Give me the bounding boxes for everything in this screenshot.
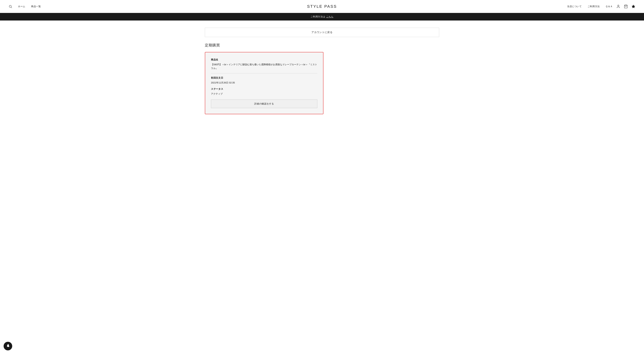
subscription-card: 商品名 【590円】＜br＞インテリアに馴染む落ち着いた霜降模様がお洒落なドレー… (205, 52, 324, 114)
header-nav-left: ホーム 商品一覧 (18, 5, 41, 8)
main-content: アカウントに戻る 定期購買 商品名 【590円】＜br＞インテリアに馴染む落ち着… (196, 21, 448, 121)
product-name-value: 【590円】＜br＞インテリアに馴染む落ち着いた霜降模様がお洒落なドレープカーテ… (211, 63, 317, 70)
nav-how-to-use[interactable]: ご利用方法 (588, 5, 600, 8)
back-to-account-button[interactable]: アカウントに戻る (205, 28, 439, 37)
search-button[interactable] (8, 5, 12, 8)
product-name-label: 商品名 (211, 58, 317, 61)
header: ホーム 商品一覧 STYLE PASS 当店について ご利用方法 Ｑ＆Ａ (0, 0, 644, 13)
wishlist-button[interactable] (632, 5, 636, 9)
svg-line-1 (11, 7, 12, 8)
header-nav-right: 当店について ご利用方法 Ｑ＆Ａ (567, 5, 613, 8)
nav-about[interactable]: 当店について (567, 5, 582, 8)
header-left: ホーム 商品一覧 (8, 5, 41, 8)
order-date-label: 初回注文日 (211, 76, 317, 80)
status-value: アクティブ (211, 92, 317, 96)
svg-point-0 (9, 5, 11, 7)
cart-button[interactable] (624, 5, 628, 9)
nav-qna[interactable]: Ｑ＆Ａ (606, 5, 613, 8)
nav-home[interactable]: ホーム (18, 5, 25, 8)
svg-marker-4 (632, 5, 635, 8)
announcement-text: ご利用方法は (310, 15, 326, 18)
nav-products[interactable]: 商品一覧 (31, 5, 41, 8)
divider-1 (211, 73, 317, 73)
status-label: ステータス (211, 87, 317, 91)
site-logo[interactable]: STYLE PASS (307, 4, 337, 9)
announcement-bar: ご利用方法は こちら (0, 13, 644, 21)
header-center: STYLE PASS (307, 4, 337, 9)
header-right: 当店について ご利用方法 Ｑ＆Ａ (567, 5, 636, 9)
svg-point-2 (618, 5, 619, 6)
order-date-value: 2021年11月26日 02:35 (211, 81, 317, 85)
announcement-link[interactable]: こちら (326, 15, 334, 18)
account-button[interactable] (616, 5, 620, 9)
page-title: 定期購買 (205, 43, 439, 48)
detail-button[interactable]: 詳細の確認をする (211, 99, 317, 108)
